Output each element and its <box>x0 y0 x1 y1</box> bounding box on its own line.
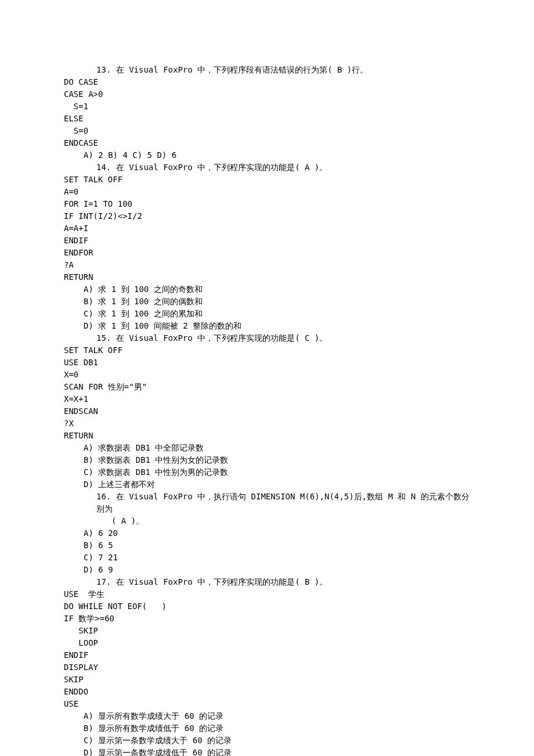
q16-opt-c: C) 7 21 <box>64 552 470 564</box>
q17-code-6: DISPLAY <box>64 661 470 674</box>
q15-code-7: RETURN <box>64 430 470 442</box>
q14-code-2: FOR I=1 TO 100 <box>64 198 470 210</box>
q15-code-3: SCAN FOR 性别="男" <box>64 381 470 393</box>
q15-opt-c: C) 求数据表 DB1 中性别为男的记录数 <box>64 466 470 478</box>
q17-code-7: SKIP <box>64 674 470 686</box>
q15-stem: 15. 在 Visual FoxPro 中，下列程序实现的功能是( C )。 <box>64 332 470 344</box>
q14-code-4: A=A+I <box>64 222 470 235</box>
q17-stem: 17. 在 Visual FoxPro 中，下列程序实现的功能是( B )。 <box>64 576 470 588</box>
q14-code-1: A=0 <box>64 186 470 198</box>
q17-opt-a: A) 显示所有数学成绩大于 60 的记录 <box>64 710 470 722</box>
q13-code-2: S=1 <box>64 100 470 113</box>
q15-code-1: USE DB1 <box>64 357 470 369</box>
q13-code-4: S=0 <box>64 125 470 137</box>
q14-code-0: SET TALK OFF <box>64 174 470 186</box>
q14-code-5: ENDIF <box>64 235 470 247</box>
q15-code-5: ENDSCAN <box>64 405 470 417</box>
q17-code-4: LOOP <box>64 637 470 649</box>
q14-opt-c: C) 求 1 到 100 之间的累加和 <box>64 308 470 320</box>
document-page: 13. 在 Visual FoxPro 中，下列程序段有语法错误的行为第( B … <box>0 0 534 756</box>
q17-code-2: IF 数学>=60 <box>64 613 470 625</box>
q13-code-1: CASE A>0 <box>64 88 470 100</box>
q14-stem: 14. 在 Visual FoxPro 中，下列程序实现的功能是( A )。 <box>64 161 470 174</box>
q16-opt-b: B) 6 5 <box>64 539 470 552</box>
q13-code-5: ENDCASE <box>64 137 470 149</box>
q15-opt-d: D) 上述三者都不对 <box>64 478 470 491</box>
q14-code-3: IF INT(I/2)<>I/2 <box>64 210 470 222</box>
q16-stem-2: ( A )。 <box>64 515 470 527</box>
q15-opt-a: A) 求数据表 DB1 中全部记录数 <box>64 442 470 454</box>
q14-opt-d: D) 求 1 到 100 间能被 2 整除的数的和 <box>64 320 470 332</box>
q16-opt-a: A) 6 20 <box>64 527 470 539</box>
q15-code-6: ?X <box>64 417 470 430</box>
q17-code-9: USE <box>64 698 470 710</box>
q16-stem: 16. 在 Visual FoxPro 中，执行语句 DIMENSION M(6… <box>64 491 470 515</box>
q13-code-0: DO CASE <box>64 76 470 88</box>
q17-code-1: DO WHILE NOT EOF( ) <box>64 600 470 613</box>
q14-code-8: RETURN <box>64 271 470 283</box>
q15-opt-b: B) 求数据表 DB1 中性别为女的记录数 <box>64 454 470 466</box>
q13-options: A) 2 B) 4 C) 5 D) 6 <box>64 149 470 161</box>
q14-code-7: ?A <box>64 259 470 271</box>
q17-code-0: USE 学生 <box>64 588 470 600</box>
q17-code-8: ENDDO <box>64 686 470 698</box>
q13-stem: 13. 在 Visual FoxPro 中，下列程序段有语法错误的行为第( B … <box>64 64 470 76</box>
q15-code-4: X=X+1 <box>64 393 470 405</box>
q13-code-3: ELSE <box>64 113 470 125</box>
q17-opt-b: B) 显示所有数学成绩低于 60 的记录 <box>64 722 470 735</box>
q15-code-2: X=0 <box>64 369 470 381</box>
q14-opt-a: A) 求 1 到 100 之间的奇数和 <box>64 283 470 296</box>
q14-opt-b: B) 求 1 到 100 之间的偶数和 <box>64 296 470 308</box>
q17-code-5: ENDIF <box>64 649 470 661</box>
q17-opt-c: C) 显示第一条数学成绩大于 60 的记录 <box>64 735 470 747</box>
q14-code-6: ENDFOR <box>64 247 470 259</box>
q17-code-3: SKIP <box>64 625 470 637</box>
q15-code-0: SET TALK OFF <box>64 344 470 357</box>
q16-opt-d: D) 6 9 <box>64 564 470 576</box>
q17-opt-d: D) 显示第一条数学成绩低于 60 的记录 <box>64 747 470 756</box>
